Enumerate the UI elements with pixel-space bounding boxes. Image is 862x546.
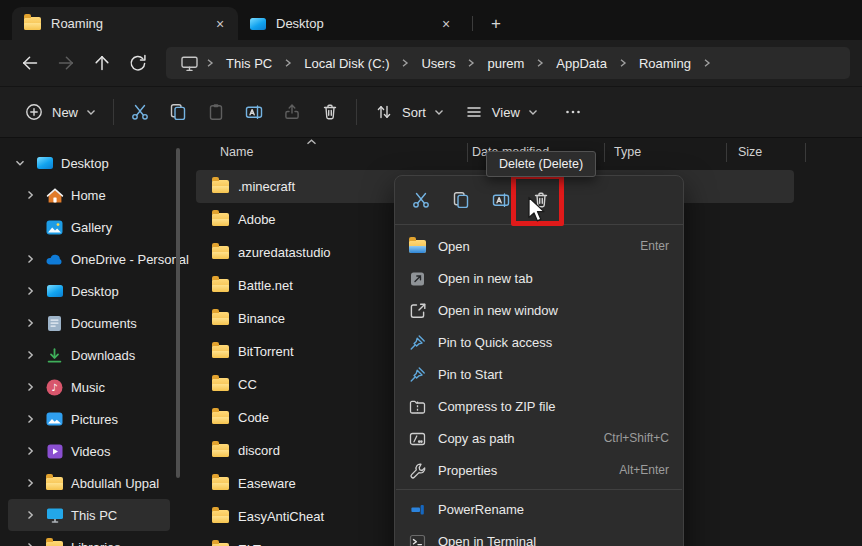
breadcrumb-appdata[interactable]: AppData — [547, 56, 616, 71]
forward-button[interactable] — [48, 47, 84, 79]
share-button[interactable] — [273, 94, 311, 130]
menu-item-powerrename[interactable]: PowerRename — [395, 493, 683, 525]
chevron-right-icon[interactable] — [22, 317, 38, 329]
folder-icon — [24, 17, 41, 30]
menu-separator — [396, 489, 682, 490]
copy-button[interactable] — [441, 180, 481, 220]
cut-icon — [130, 102, 150, 122]
sidebar-item-home[interactable]: Home — [8, 179, 170, 211]
chevron-right-icon[interactable] — [22, 445, 38, 457]
close-tab-icon[interactable]: × — [208, 12, 232, 36]
sidebar-item-desktop-root[interactable]: Desktop — [8, 147, 170, 179]
chevron-right-icon[interactable] — [22, 509, 38, 521]
copy-button[interactable] — [159, 94, 197, 130]
tab-separator — [472, 16, 473, 31]
breadcrumb-purem[interactable]: purem — [478, 56, 533, 71]
breadcrumb-chevron-icon — [700, 58, 714, 68]
folder-icon — [45, 477, 64, 490]
sidebar-item-desktop[interactable]: Desktop — [8, 275, 170, 307]
file-name: EasyAntiCheat — [238, 509, 324, 524]
menu-item-open-in-new-tab[interactable]: Open in new tab — [395, 262, 683, 294]
view-button-label: View — [492, 105, 520, 120]
gallery-icon — [45, 220, 64, 235]
column-divider[interactable] — [467, 143, 468, 162]
folder-icon — [212, 444, 229, 457]
sidebar-item-label: OneDrive - Personal — [71, 252, 189, 267]
column-header-name[interactable]: Name — [220, 145, 253, 159]
sidebar-item-gallery[interactable]: Gallery — [8, 211, 170, 243]
column-divider[interactable] — [805, 143, 806, 162]
view-button[interactable]: View — [454, 94, 548, 130]
chevron-right-icon[interactable] — [22, 541, 38, 546]
column-header-size[interactable]: Size — [738, 145, 762, 159]
more-options-button[interactable] — [554, 94, 592, 130]
up-button[interactable] — [84, 47, 120, 79]
sidebar-item-videos[interactable]: Videos — [8, 435, 170, 467]
chevron-down-icon — [434, 109, 444, 116]
back-icon — [20, 53, 40, 73]
sidebar-item-pictures[interactable]: Pictures — [8, 403, 170, 435]
new-button-label: New — [52, 105, 78, 120]
paste-button[interactable] — [197, 94, 235, 130]
breadcrumb-this-pc[interactable]: This PC — [217, 56, 281, 71]
desktop-icon — [45, 285, 64, 297]
monitor-icon — [180, 55, 199, 72]
rename-button[interactable] — [235, 94, 273, 130]
cut-button[interactable] — [121, 94, 159, 130]
menu-item-open-in-new-window[interactable]: Open in new window — [395, 294, 683, 326]
menu-item-shortcut: Alt+Enter — [619, 463, 669, 477]
sidebar-item-music[interactable]: ♪ Music — [8, 371, 170, 403]
sort-button[interactable]: Sort — [364, 94, 454, 130]
sidebar-item-label: Videos — [71, 444, 111, 459]
sidebar-item-this-pc[interactable]: This PC — [8, 499, 170, 531]
sidebar-item-label: This PC — [71, 508, 117, 523]
sidebar-scrollbar[interactable] — [176, 148, 180, 478]
view-icon — [464, 102, 484, 122]
chevron-right-icon[interactable] — [22, 477, 38, 489]
close-tab-icon[interactable]: × — [434, 12, 458, 36]
tab-desktop[interactable]: Desktop × — [238, 7, 464, 40]
copy-as-path-icon — [407, 429, 427, 448]
chevron-right-icon[interactable] — [22, 285, 38, 297]
sidebar-item-documents[interactable]: Documents — [8, 307, 170, 339]
cut-button[interactable] — [401, 180, 441, 220]
back-button[interactable] — [12, 47, 48, 79]
menu-item-open[interactable]: Open Enter — [395, 230, 683, 262]
column-divider[interactable] — [604, 143, 605, 162]
chevron-right-icon[interactable] — [22, 349, 38, 361]
file-name: discord — [238, 443, 280, 458]
sidebar-item-onedrive[interactable]: OneDrive - Personal — [8, 243, 170, 275]
refresh-button[interactable] — [120, 47, 156, 79]
share-icon — [282, 102, 302, 122]
tab-roaming[interactable]: Roaming × — [12, 7, 238, 40]
new-tab-button[interactable]: + — [483, 10, 509, 36]
menu-item-pin-to-quick-access[interactable]: Pin to Quick access — [395, 326, 683, 358]
home-icon — [45, 187, 64, 204]
chevron-right-icon[interactable] — [22, 189, 38, 201]
column-divider[interactable] — [726, 143, 727, 162]
menu-item-open-in-terminal[interactable]: Open in Terminal — [395, 525, 683, 546]
menu-item-label: Pin to Start — [438, 367, 658, 382]
menu-item-copy-as-path[interactable]: Copy as path Ctrl+Shift+C — [395, 422, 683, 454]
menu-item-pin-to-start[interactable]: Pin to Start — [395, 358, 683, 390]
column-header-type[interactable]: Type — [614, 145, 641, 159]
menu-item-compress-to-zip[interactable]: Compress to ZIP file — [395, 390, 683, 422]
pin-icon — [407, 333, 427, 352]
sidebar-item-downloads[interactable]: Downloads — [8, 339, 170, 371]
chevron-down-icon[interactable] — [12, 157, 28, 169]
menu-item-label: Compress to ZIP file — [438, 399, 658, 414]
new-button[interactable]: New — [14, 94, 106, 130]
chevron-right-icon[interactable] — [22, 413, 38, 425]
breadcrumb-local-disk[interactable]: Local Disk (C:) — [295, 56, 398, 71]
address-bar[interactable]: This PC Local Disk (C:) Users purem AppD… — [166, 47, 850, 79]
breadcrumb-users[interactable]: Users — [412, 56, 464, 71]
navigation-bar: This PC Local Disk (C:) Users purem AppD… — [0, 40, 862, 86]
powerrename-icon — [407, 500, 427, 519]
menu-item-properties[interactable]: Properties Alt+Enter — [395, 454, 683, 486]
sidebar-item-abdullah-uppal[interactable]: Abdullah Uppal — [8, 467, 170, 499]
chevron-right-icon[interactable] — [22, 253, 38, 265]
sidebar-item-libraries[interactable]: Libraries — [8, 531, 170, 546]
chevron-right-icon[interactable] — [22, 381, 38, 393]
breadcrumb-roaming[interactable]: Roaming — [630, 56, 700, 71]
delete-button[interactable] — [311, 94, 349, 130]
